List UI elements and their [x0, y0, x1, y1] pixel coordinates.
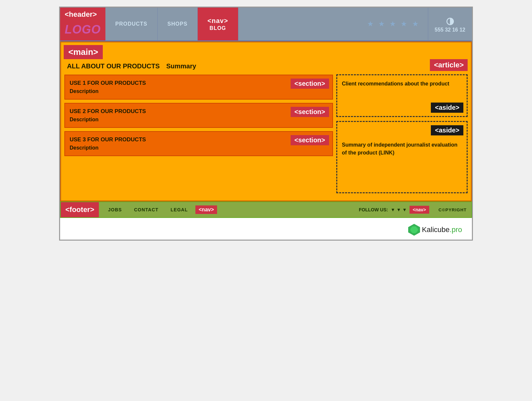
phone-icon: ◑	[446, 15, 454, 26]
right-column: <article> Client recommendations about t…	[336, 59, 468, 197]
phone-section: ◑ 555 32 16 12	[428, 8, 472, 40]
aside-2: <aside> Summary of independent journalis…	[336, 121, 468, 193]
section-3-desc: Description	[70, 145, 328, 151]
section-2: <section> USE 2 FOR OUR PRODUCTS Descrip…	[64, 103, 333, 128]
follow-arrows: ▼ ▼ ▼	[390, 207, 407, 212]
nav-item-blog-label: BLOG	[210, 25, 226, 31]
footer-follow-section: FOLLOW US: ▼ ▼ ▼ <nav>	[354, 206, 434, 214]
section-3-title: USE 3 FOR OUR PRODUCTS	[70, 136, 328, 143]
aside-1-text: Client recommendations about the product	[342, 80, 462, 88]
nav-item-shops[interactable]: SHOPS	[158, 8, 198, 40]
footer-copyright: C©PYRIGHT	[434, 207, 471, 212]
section-2-desc: Description	[70, 117, 328, 123]
logo: LOGO	[65, 23, 101, 36]
section-1-tag: <section>	[291, 79, 329, 89]
kalicube-icon	[408, 223, 421, 236]
follow-us-label: FOLLOW US:	[359, 207, 388, 212]
section-1: <section> USE 1 FOR OUR PRODUCTS Descrip…	[64, 75, 333, 100]
section-2-title: USE 2 FOR OUR PRODUCTS	[70, 108, 328, 115]
section-2-tag: <section>	[291, 107, 329, 117]
kalicube-section: Kalicube.pro	[60, 218, 472, 240]
footer-nav-legal[interactable]: LEGAL	[165, 204, 194, 216]
section-1-desc: Description	[70, 88, 328, 94]
footer: <footer> JOBS CONTACT LEGAL <nav> FOLLOW…	[60, 201, 472, 218]
main-nav: PRODUCTS SHOPS <nav> BLOG	[105, 8, 359, 40]
header: <header> LOGO PRODUCTS SHOPS <nav> BLOG …	[60, 8, 472, 41]
kalicube-logo: Kalicube.pro	[408, 223, 462, 236]
article-header: ALL ABOUT OUR PRODUCTS Summary	[64, 59, 333, 75]
article-summary-label: Summary	[166, 62, 196, 70]
phone-number[interactable]: 555 32 16 12	[435, 27, 465, 33]
nav-tag: <nav>	[208, 17, 228, 25]
footer-tag: <footer>	[61, 202, 99, 217]
footer-nav: JOBS CONTACT LEGAL <nav>	[102, 204, 354, 216]
footer-follow-nav-tag: <nav>	[410, 206, 429, 214]
kalicube-name: Kalicube.pro	[422, 225, 462, 234]
aside-2-text: Summary of independent journalist evalua…	[342, 141, 462, 157]
article-tag: <article>	[430, 59, 468, 71]
aside-1: Client recommendations about the product…	[336, 74, 468, 117]
nav-item-products[interactable]: PRODUCTS	[105, 8, 158, 40]
header-tag-label: <header>	[60, 8, 105, 21]
main-section: <main> ALL ABOUT OUR PRODUCTS Summary <s…	[60, 41, 472, 201]
footer-nav-tag: <nav>	[195, 205, 217, 214]
left-column: ALL ABOUT OUR PRODUCTS Summary <section>…	[64, 59, 333, 197]
section-1-title: USE 1 FOR OUR PRODUCTS	[70, 80, 328, 86]
footer-nav-contact[interactable]: CONTACT	[128, 204, 165, 216]
stars-rating: ★ ★ ★ ★ ★	[359, 8, 428, 40]
article-title: ALL ABOUT OUR PRODUCTS	[67, 62, 160, 70]
main-tag: <main>	[64, 45, 103, 59]
section-3-tag: <section>	[291, 135, 329, 145]
footer-nav-jobs[interactable]: JOBS	[102, 204, 128, 216]
section-3: <section> USE 3 FOR OUR PRODUCTS Descrip…	[64, 131, 333, 156]
aside-1-tag: <aside>	[431, 103, 463, 113]
nav-item-blog[interactable]: <nav> BLOG	[198, 8, 238, 40]
aside-2-tag: <aside>	[431, 125, 463, 135]
